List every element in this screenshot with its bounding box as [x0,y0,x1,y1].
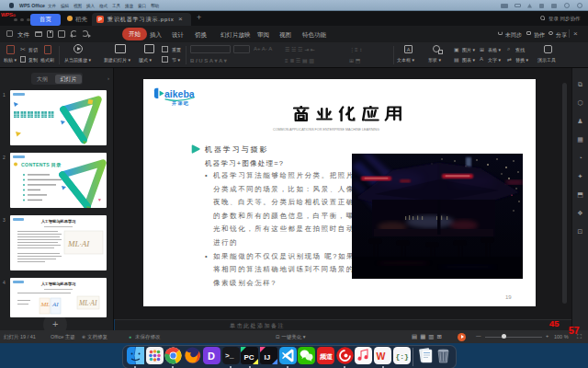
svg-text:aikeba: aikeba [164,88,195,99]
svg-text:PC: PC [244,353,254,362]
svg-text:W: W [377,351,386,362]
svg-text:ML·AI: ML·AI [78,299,97,307]
svg-text:>_: >_ [225,351,234,360]
svg-text:IJ: IJ [264,353,270,362]
svg-text:CONTENTS 目录: CONTENTS 目录 [21,162,62,168]
svg-text:频道: 频道 [319,353,334,361]
svg-text:ML: ML [40,301,51,308]
svg-text:开 课 吧: 开 课 吧 [171,100,189,107]
svg-text:AI: AI [51,301,59,308]
svg-text:{:}: {:} [395,352,409,361]
svg-text:ML·AI: ML·AI [67,239,90,248]
svg-text:D: D [208,351,215,362]
